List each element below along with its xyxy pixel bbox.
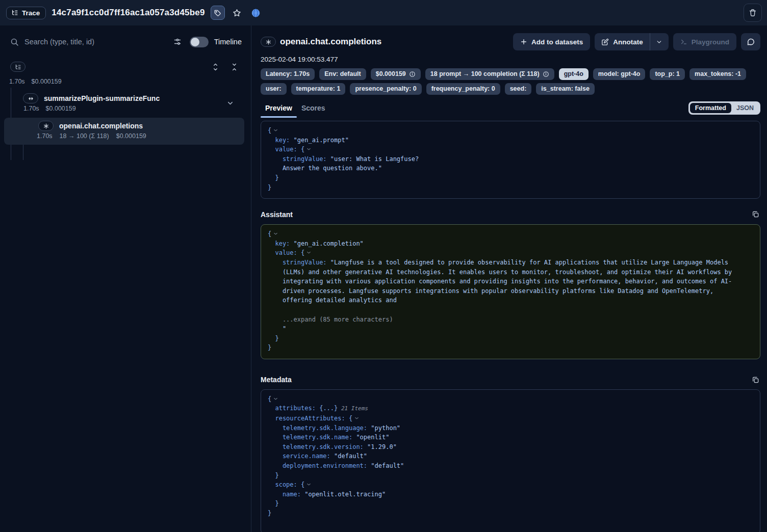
json-token: "gen_ai.prompt"	[294, 137, 349, 144]
format-json-option[interactable]: JSON	[731, 103, 759, 113]
collapse-all-icon[interactable]	[227, 60, 241, 73]
annotate-dropdown-button[interactable]	[650, 33, 669, 50]
json-key: scope:	[268, 481, 301, 488]
copy-button[interactable]	[751, 209, 760, 219]
span-cost: $0.000159	[46, 105, 76, 112]
json-key: deployment.environment:	[268, 462, 371, 469]
collapse-toggle-icon[interactable]	[306, 146, 312, 152]
code-line: }	[268, 471, 753, 481]
content-tabs: Preview Scores Formatted JSON	[261, 101, 760, 118]
observation-tree: summarizePlugin-summarizeFunc 1.70s $0.0…	[0, 92, 251, 145]
collapse-toggle-icon[interactable]	[354, 415, 360, 421]
json-token: }	[268, 500, 279, 507]
annotate-split-button: Annotate	[595, 33, 669, 50]
code-line: offering detailed analytics and	[268, 296, 753, 305]
info-icon[interactable]	[543, 71, 549, 77]
code-line: value: {	[268, 145, 753, 154]
collapse-toggle-icon[interactable]	[306, 482, 312, 487]
json-token: offering detailed analytics and	[268, 297, 397, 304]
comments-button[interactable]	[741, 33, 760, 50]
annotate-button[interactable]: Annotate	[595, 33, 650, 50]
timeline-toggle-label: Timeline	[214, 38, 242, 46]
json-token: (LLMs) and other generative AI technolog…	[268, 269, 732, 276]
model-badge[interactable]: gpt-4o	[559, 68, 589, 80]
generation-latency: 1.70s	[37, 132, 53, 140]
expand-link[interactable]: ...expand (85 more characters)	[268, 316, 393, 323]
code-line: integrating with various application com…	[268, 277, 753, 286]
code-line: "	[268, 324, 753, 334]
tab-scores[interactable]: Scores	[297, 102, 330, 118]
json-token: {	[301, 481, 304, 488]
toggle-knob	[191, 38, 199, 46]
badge-label: top_p: 1	[655, 70, 680, 78]
code-line: stringValue: "user: What is Langfuse?	[268, 154, 753, 164]
json-key: value:	[268, 146, 301, 153]
json-token: {	[268, 395, 271, 403]
annotate-label: Annotate	[613, 38, 643, 46]
attribute-badge: seed:	[505, 83, 532, 95]
generation-stats: 1.70s 18 → 100 (Σ 118) $0.000159	[37, 132, 239, 140]
tree-node-generation-selected[interactable]: openai.chat.completions 1.70s 18 → 100 (…	[4, 118, 244, 145]
search-input[interactable]	[24, 38, 165, 46]
json-token: }	[268, 344, 271, 351]
json-token: {	[349, 415, 352, 422]
arrow-left-right-icon	[28, 95, 34, 102]
collapse-toggle-icon[interactable]	[273, 127, 278, 133]
badge-label: seed:	[510, 85, 527, 93]
bookmark-star-button[interactable]	[231, 6, 244, 19]
badge-label: user:	[266, 85, 282, 93]
tag-button[interactable]	[211, 6, 225, 20]
json-token: 21 Items	[338, 405, 368, 412]
badge-label: 18 prompt → 100 completion (Σ 118)	[430, 70, 540, 78]
code-line: scope: {	[268, 480, 753, 490]
code-line: resourceAttributes: {	[268, 414, 753, 423]
json-key: telemetry.sdk.name:	[268, 434, 356, 441]
copy-button[interactable]	[751, 375, 760, 385]
plus-icon	[520, 38, 527, 45]
code-line: telemetry.sdk.language: "python"	[268, 423, 753, 433]
badge-label: max_tokens: -1	[695, 70, 741, 78]
attribute-badge: top_p: 1	[650, 68, 685, 80]
badge-label: model: gpt-4o	[598, 70, 641, 78]
json-key: stringValue:	[268, 155, 330, 163]
tree-node-span[interactable]: summarizePlugin-summarizeFunc 1.70s $0.0…	[0, 92, 251, 112]
star-icon	[233, 9, 241, 17]
format-formatted-option[interactable]: Formatted	[690, 103, 731, 113]
playground-button[interactable]: Playground	[673, 33, 736, 50]
chevron-down-icon[interactable]	[226, 99, 234, 107]
code-line: driven processes. Langfuse supports inte…	[268, 286, 753, 296]
trace-type-label: Trace	[22, 9, 40, 17]
json-token: }	[268, 510, 271, 517]
assistant-section-title: Assistant	[261, 210, 293, 219]
completion-json-block: { key: "gen_ai.completion" value: { stri…	[261, 224, 760, 359]
trace-root-stats: 1.70s $0.000159	[9, 78, 251, 85]
trace-cost: $0.000159	[32, 78, 62, 85]
generation-name: openai.chat.completions	[59, 122, 143, 130]
collapse-toggle-icon[interactable]	[273, 396, 278, 402]
attribute-badge: Env: default	[319, 68, 366, 80]
add-to-datasets-button[interactable]: Add to datasets	[513, 33, 590, 50]
code-line: }	[268, 499, 753, 509]
badge-row-2: user:temperature: 1presence_penalty: 0fr…	[261, 83, 760, 95]
delete-trace-button[interactable]	[744, 4, 762, 22]
code-line: {	[268, 229, 753, 239]
public-share-button[interactable]	[249, 6, 263, 19]
json-token: "openlit"	[356, 434, 389, 441]
collapse-toggle-icon[interactable]	[273, 231, 278, 236]
json-token: "python"	[371, 424, 400, 432]
view-settings-icon[interactable]	[171, 35, 184, 48]
info-icon[interactable]	[409, 71, 416, 77]
timeline-toggle[interactable]	[190, 37, 209, 47]
code-line: name: "openlit.otel.tracing"	[268, 490, 753, 499]
code-line: ...expand (85 more characters)	[268, 315, 753, 325]
search-icon	[10, 38, 19, 46]
collapse-toggle-icon[interactable]	[306, 250, 312, 255]
tab-preview[interactable]: Preview	[261, 102, 297, 118]
attribute-badge: frequency_penalty: 0	[426, 83, 500, 95]
observation-title: openai.chat.completions	[280, 37, 381, 47]
badge-label: Env: default	[324, 70, 361, 78]
trace-root-badge[interactable]	[10, 62, 25, 72]
expand-all-icon[interactable]	[209, 60, 222, 73]
list-tree-icon	[15, 64, 21, 70]
pencil-square-icon	[601, 38, 609, 46]
